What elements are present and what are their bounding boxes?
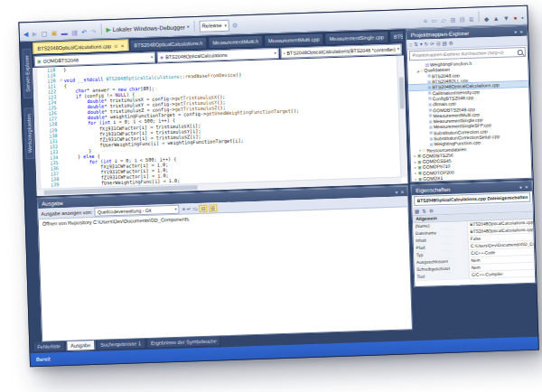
property-pages-icon[interactable]: ⚙ <box>429 208 434 213</box>
autoscroll-icon[interactable]: ⊞ <box>209 204 217 211</box>
content-row: Server-Explorer Werkzeugkasten BTS2048Op… <box>20 25 537 342</box>
back-icon[interactable]: ◀ <box>23 31 29 37</box>
undo-icon[interactable]: ↶ <box>81 29 87 35</box>
file-type-icon: ⊞ <box>428 91 432 96</box>
bookmark-icon[interactable]: ⊞ <box>450 16 455 23</box>
solution-config-combo[interactable]: Release ▾ <box>199 19 229 32</box>
output-content[interactable]: Öffnen von Repository C:\Users\Dev\Docum… <box>39 207 413 341</box>
outdent-icon[interactable]: ≣ <box>469 16 474 23</box>
document-tab-label: MeasurementMulti.cpp <box>268 36 320 43</box>
refresh-icon[interactable]: ⟳ <box>430 41 435 46</box>
immediate-icon[interactable]: ▪ <box>521 14 524 21</box>
tool-window-tab[interactable]: Suchergebnisse 1 <box>96 339 145 350</box>
output-title-icons: ▾ ✕ <box>395 189 404 194</box>
play-icon: ▶ <box>106 26 111 33</box>
editor-column: BTS2048OpticalCalculations.cpp ⊙ ✕ BTS20… <box>32 29 413 341</box>
left-dock-tab[interactable]: Werkzeugkasten <box>23 107 34 159</box>
show-all-files-icon[interactable]: ▤ <box>442 41 446 46</box>
pending-changes-filter-icon[interactable]: ▾ <box>420 42 423 47</box>
run-button-label: Lokaler Windows-Debugger <box>113 23 185 33</box>
document-tab-label: BTS2048OpticalCalculations.h <box>134 41 202 49</box>
sync-with-active-document-icon[interactable]: ↻ <box>425 41 429 46</box>
comment-icon[interactable]: ▭ <box>431 17 437 23</box>
window-position-icon[interactable]: ▾ <box>395 189 397 194</box>
close-icon[interactable]: ✕ <box>519 28 523 33</box>
scrollbar-thumb[interactable] <box>399 78 405 109</box>
switch-views-icon[interactable]: ⇅ <box>414 42 418 47</box>
clear-all-icon[interactable]: ▭ <box>192 206 198 211</box>
scope-combo-value: GOMDBTS2048 <box>43 57 79 63</box>
tree-item-label: GOMDX1 <box>423 175 443 182</box>
file-type-icon: ⊞ <box>428 102 432 107</box>
solution-config-value: Release <box>201 23 221 29</box>
file-type-icon: ⊞ <box>427 79 431 84</box>
solution-explorer-title: Projektmappen-Explorer <box>410 30 469 37</box>
file-type-icon: ▣ <box>417 154 422 158</box>
close-icon[interactable]: ✕ <box>400 189 404 194</box>
forward-icon[interactable]: ▶ <box>33 31 38 37</box>
right-dock-column: Projektmappen-Explorer ▾ ✕ ⌂ <box>406 25 537 330</box>
document-tab[interactable]: BTS2048.cpp <box>389 29 404 42</box>
open-file-icon[interactable]: ▣ <box>51 30 58 36</box>
properties-grid[interactable]: (Name) BTS2048OpticalCalculations.cpp Da… <box>413 219 535 286</box>
file-type-icon: ▣ <box>417 165 422 170</box>
solution-tree[interactable]: ▤ WeightingFunction.h ◢ ▱ Quelldateien <box>408 58 532 182</box>
window-position-icon[interactable]: ▾ <box>514 29 517 34</box>
window-position-icon[interactable]: ▾ <box>519 184 522 190</box>
property-value[interactable]: C/C++-Compiler <box>470 270 535 278</box>
close-icon[interactable]: ✕ <box>524 183 528 189</box>
file-type-icon: ⊞ <box>430 142 434 146</box>
file-type-icon: ⊞ <box>429 125 433 129</box>
properties-title: Eigenschaften <box>416 186 450 192</box>
wrench-icon[interactable]: ⚙ <box>232 22 238 28</box>
toolbar-separator <box>479 12 480 23</box>
file-type-icon: ▣ <box>417 159 422 163</box>
properties-icon[interactable]: ⚙ <box>449 41 453 46</box>
save-icon[interactable]: ▬ <box>61 30 68 36</box>
left-dock-tab[interactable]: Server-Explorer <box>22 49 33 98</box>
document-tab-label: BTS2048.cpp <box>394 33 404 40</box>
toolbar-spacer <box>240 19 421 25</box>
tool-window-tab[interactable]: Fehlerliste <box>33 341 65 352</box>
file-type-icon: ▣ <box>418 176 423 181</box>
pin-icon[interactable]: ⊙ <box>114 43 117 49</box>
symbol-icon: ▣ <box>37 58 42 63</box>
collapse-all-icon[interactable]: ⊟ <box>436 41 441 46</box>
word-wrap-icon[interactable]: ⊟ <box>199 204 207 211</box>
run-button[interactable]: ▶ Lokaler Windows-Debugger ▾ <box>106 23 189 33</box>
toolbar-separator <box>100 23 101 34</box>
output-source-value: Quellcodeverwaltung - Git <box>98 207 152 214</box>
find-icon[interactable]: ◆ <box>484 15 490 22</box>
save-all-icon[interactable]: ▤ <box>71 29 78 35</box>
solution-explorer-panel: Projektmappen-Explorer ▾ ✕ ⌂ <box>406 25 532 182</box>
run-dropdown-icon[interactable]: ▾ <box>187 23 190 30</box>
file-type-icon: ⊞ <box>427 85 431 89</box>
tool-window-tab[interactable]: Ausgabe <box>66 341 95 351</box>
navigate-backward-icon[interactable]: ≡ <box>424 18 427 24</box>
output-toolbar-icons: ≡ ↵ ▭ ⊟ ⊞ <box>182 204 218 212</box>
step-over-icon[interactable]: ▲ <box>493 15 500 22</box>
indent-icon[interactable]: ⊟ <box>460 16 465 23</box>
search-input[interactable] <box>412 50 518 58</box>
code-editor[interactable]: 118}119120⊟void __stdcall BTS2048Optical… <box>33 55 408 196</box>
alphabetical-icon[interactable]: ⇅ <box>422 208 426 213</box>
step-into-icon[interactable]: ▼ <box>503 14 509 21</box>
status-text: Bereit <box>36 357 51 363</box>
file-type-icon: ⊞ <box>429 136 433 141</box>
new-file-icon[interactable]: ▢ <box>41 30 47 36</box>
breakpoints-icon[interactable]: ● <box>513 14 517 21</box>
properties-title-icons: ▾ ✕ <box>519 183 528 189</box>
find-message-icon[interactable]: ≡ <box>182 206 186 211</box>
chevron-down-icon: ▾ <box>397 47 399 51</box>
redo-icon[interactable]: ↷ <box>90 29 96 35</box>
code-lines[interactable]: 118}119120⊟void __stdcall BTS2048Optical… <box>37 55 408 195</box>
goto-message-icon[interactable]: ↵ <box>187 206 192 211</box>
document-tab-label: BTS2048OpticalCalculations.cpp <box>37 43 111 51</box>
file-type-icon: ▤ <box>425 62 430 67</box>
uncomment-icon[interactable]: ▱ <box>441 17 446 23</box>
chevron-down-icon: ▾ <box>151 55 153 60</box>
categorized-icon[interactable]: ▦ <box>415 208 419 213</box>
search-icon <box>518 50 523 55</box>
close-icon[interactable]: ✕ <box>120 43 124 49</box>
home-icon[interactable]: ⌂ <box>409 42 413 47</box>
